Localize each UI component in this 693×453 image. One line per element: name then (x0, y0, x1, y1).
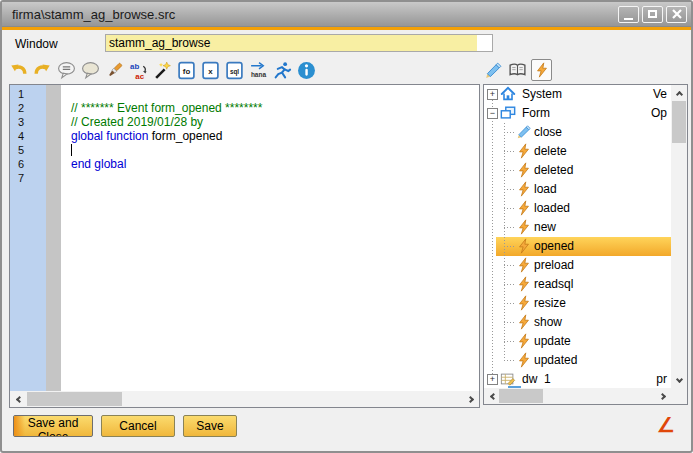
tree-item-show[interactable]: show (484, 313, 671, 332)
footer: Save and CloseCancelSave (13, 415, 237, 437)
tree-item-form[interactable]: −FormOp (484, 104, 671, 123)
scroll-down-button[interactable] (671, 372, 687, 388)
code-line[interactable]: // ******* Event form_opened ******** (71, 101, 479, 115)
tree-item-resize[interactable]: resize (484, 294, 671, 313)
scrollbar-thumb[interactable] (499, 389, 543, 403)
line-number: 2 (10, 101, 46, 115)
minimize-button[interactable] (618, 6, 639, 23)
doc-x-icon: x (201, 61, 220, 80)
scroll-left-button[interactable] (10, 391, 26, 407)
tree-item-update[interactable]: update (484, 332, 671, 351)
doc-sql-icon: sql (225, 61, 244, 80)
line-number: 3 (10, 115, 46, 129)
svg-text:sql: sql (230, 67, 239, 75)
comment-empty-icon (81, 61, 100, 80)
tree-item-updated[interactable]: updated (484, 351, 671, 370)
lightning-icon (516, 314, 532, 330)
code-line[interactable]: // Created 2019/01/28 by (71, 115, 479, 129)
scrollbar-thumb[interactable] (27, 392, 122, 406)
tree-item-readsql[interactable]: readsql (484, 275, 671, 294)
scroll-right-button[interactable] (655, 388, 671, 404)
toolbar-right-group (483, 59, 552, 81)
edit-pencil-button[interactable] (483, 59, 504, 81)
maximize-button[interactable] (642, 6, 663, 23)
tree-connector (504, 284, 516, 285)
code-line[interactable] (71, 171, 479, 185)
lightning-icon (516, 200, 532, 216)
expand-toggle[interactable]: + (487, 374, 498, 385)
tree-connector (504, 170, 516, 171)
run-icon (273, 61, 292, 80)
tree-guide-line (492, 94, 493, 379)
svg-text:hana: hana (251, 70, 267, 77)
svg-text:fo: fo (183, 66, 191, 75)
window-field-label: Window (15, 37, 58, 51)
code-segment-comment: // Created 2019/01/28 by (71, 115, 203, 129)
undo-button[interactable] (8, 59, 29, 81)
titlebar[interactable]: firma\stamm_ag_browse.src (2, 2, 691, 27)
undo-icon (9, 61, 28, 80)
lightning-icon (516, 162, 532, 178)
book-button[interactable] (507, 59, 528, 81)
tree-item-right-text: pr (656, 370, 667, 388)
window-title: firma\stamm_ag_browse.src (2, 7, 175, 22)
scroll-up-button[interactable] (671, 85, 687, 101)
cancel-button[interactable]: Cancel (101, 415, 175, 437)
code-segment-plain: form_opened (148, 129, 222, 143)
editor-horizontal-scrollbar[interactable] (10, 391, 479, 407)
events-lightning-button[interactable] (531, 59, 552, 81)
close-button[interactable] (666, 6, 687, 23)
tree-item-label: opened (534, 237, 574, 256)
wand-button[interactable] (152, 59, 173, 81)
tree-item-loaded[interactable]: loaded (484, 199, 671, 218)
lightning-icon (516, 257, 532, 273)
comment-button[interactable] (56, 59, 77, 81)
comment-empty-button[interactable] (80, 59, 101, 81)
run-button[interactable] (272, 59, 293, 81)
tree-item-preload[interactable]: preload (484, 256, 671, 275)
window-name-input[interactable] (105, 34, 493, 52)
tree-item-delete[interactable]: delete (484, 142, 671, 161)
tree-item-opened[interactable]: opened (484, 237, 671, 256)
doc-x-button[interactable]: x (200, 59, 221, 81)
code-line[interactable] (71, 87, 479, 101)
tree-item-dw-1[interactable]: +dw 1pr (484, 370, 671, 388)
tree-horizontal-scrollbar[interactable] (484, 388, 671, 404)
tree-connector (504, 246, 516, 247)
code-line[interactable]: global function form_opened (71, 129, 479, 143)
edit-pencil-icon (484, 61, 503, 80)
collapse-toggle[interactable]: − (487, 108, 498, 119)
save-and-close-button[interactable]: Save and Close (13, 415, 93, 437)
tree-vertical-scrollbar[interactable] (671, 85, 687, 388)
code-segment-keyword: end global (71, 157, 126, 171)
code-line[interactable] (71, 143, 479, 157)
scroll-left-button[interactable] (484, 388, 500, 404)
scrollbar-thumb[interactable] (672, 101, 686, 143)
tree-connector (504, 265, 516, 266)
event-tree[interactable]: +SystemVe−FormOpclosedeletedeletedloadlo… (484, 85, 671, 388)
tree-item-deleted[interactable]: deleted (484, 161, 671, 180)
info-button[interactable] (296, 59, 317, 81)
doc-sql-button[interactable]: sql (224, 59, 245, 81)
tree-item-new[interactable]: new (484, 218, 671, 237)
scroll-right-button[interactable] (463, 391, 479, 407)
code-editor[interactable]: 1234567 // ******* Event form_opened ***… (9, 84, 480, 408)
book-icon (508, 61, 527, 80)
expand-toggle[interactable]: + (487, 89, 498, 100)
hana-button[interactable]: hana (248, 59, 269, 81)
tree-item-system[interactable]: +SystemVe (484, 85, 671, 104)
code-area[interactable]: // ******* Event form_opened ********// … (61, 85, 479, 391)
doc-fo-button[interactable]: fo (176, 59, 197, 81)
redo-button[interactable] (32, 59, 53, 81)
chevron-down-icon (675, 375, 682, 382)
tree-item-close[interactable]: close (484, 123, 671, 142)
code-line[interactable]: end global (71, 157, 479, 171)
lightning-icon (516, 295, 532, 311)
resize-grip-icon: ∠ (657, 414, 675, 436)
lightning-icon (516, 352, 532, 368)
tree-item-load[interactable]: load (484, 180, 671, 199)
save-button[interactable]: Save (183, 415, 237, 437)
tree-connector (504, 322, 516, 323)
brush-button[interactable] (104, 59, 125, 81)
replace-button[interactable]: abac (128, 59, 149, 81)
